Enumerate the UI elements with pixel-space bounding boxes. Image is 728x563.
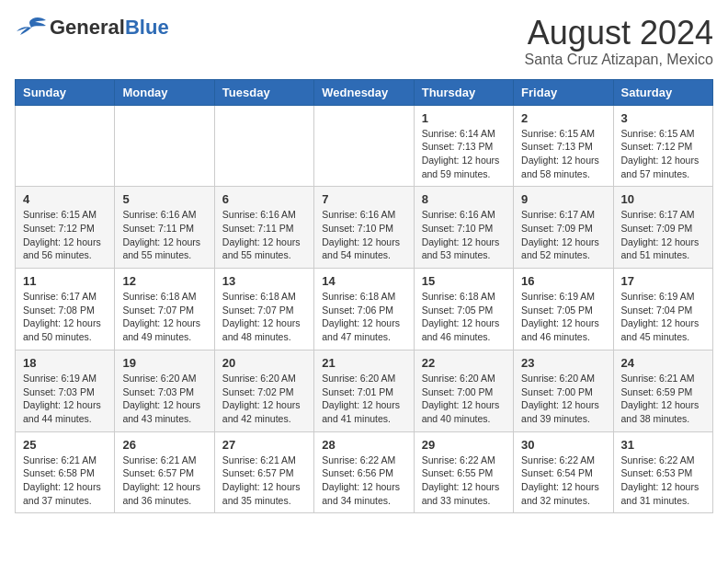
calendar-cell: 25Sunrise: 6:21 AMSunset: 6:58 PMDayligh… xyxy=(16,431,115,513)
day-number: 31 xyxy=(621,438,705,452)
calendar-week-row: 25Sunrise: 6:21 AMSunset: 6:58 PMDayligh… xyxy=(16,431,713,513)
day-info: Sunrise: 6:16 AMSunset: 7:10 PMDaylight:… xyxy=(422,208,506,262)
page-header: GeneralBlue August 2024 Santa Cruz Atiza… xyxy=(15,15,713,68)
calendar-cell xyxy=(115,105,214,187)
calendar-week-row: 1Sunrise: 6:14 AMSunset: 7:13 PMDaylight… xyxy=(16,105,713,187)
day-info: Sunrise: 6:21 AMSunset: 6:57 PMDaylight:… xyxy=(222,454,306,508)
logo-text: GeneralBlue xyxy=(50,16,169,40)
day-number: 12 xyxy=(122,274,206,288)
day-number: 26 xyxy=(122,438,206,452)
day-info: Sunrise: 6:21 AMSunset: 6:58 PMDaylight:… xyxy=(23,454,107,508)
day-number: 15 xyxy=(422,274,506,288)
day-info: Sunrise: 6:18 AMSunset: 7:06 PMDaylight:… xyxy=(322,290,405,344)
calendar-cell: 17Sunrise: 6:19 AMSunset: 7:04 PMDayligh… xyxy=(613,269,712,350)
calendar-cell: 8Sunrise: 6:16 AMSunset: 7:10 PMDaylight… xyxy=(414,187,513,269)
day-info: Sunrise: 6:20 AMSunset: 7:01 PMDaylight:… xyxy=(322,372,405,426)
day-number: 13 xyxy=(222,274,306,288)
day-number: 22 xyxy=(422,356,506,370)
calendar-cell: 12Sunrise: 6:18 AMSunset: 7:07 PMDayligh… xyxy=(115,269,214,350)
calendar-cell: 28Sunrise: 6:22 AMSunset: 6:56 PMDayligh… xyxy=(314,431,414,513)
day-number: 16 xyxy=(521,274,605,288)
calendar-cell: 26Sunrise: 6:21 AMSunset: 6:57 PMDayligh… xyxy=(115,431,214,513)
day-number: 9 xyxy=(521,192,605,206)
day-info: Sunrise: 6:22 AMSunset: 6:55 PMDaylight:… xyxy=(422,454,506,508)
day-number: 8 xyxy=(422,192,506,206)
day-info: Sunrise: 6:17 AMSunset: 7:09 PMDaylight:… xyxy=(521,208,605,262)
location: Santa Cruz Atizapan, Mexico xyxy=(525,52,713,68)
day-info: Sunrise: 6:22 AMSunset: 6:53 PMDaylight:… xyxy=(621,454,705,508)
day-number: 23 xyxy=(521,356,605,370)
day-number: 27 xyxy=(222,438,306,452)
day-info: Sunrise: 6:20 AMSunset: 7:00 PMDaylight:… xyxy=(422,372,506,426)
day-info: Sunrise: 6:21 AMSunset: 6:59 PMDaylight:… xyxy=(621,372,705,426)
calendar-cell: 23Sunrise: 6:20 AMSunset: 7:00 PMDayligh… xyxy=(514,350,613,431)
day-number: 2 xyxy=(521,111,605,125)
day-number: 18 xyxy=(23,356,107,370)
day-info: Sunrise: 6:18 AMSunset: 7:07 PMDaylight:… xyxy=(122,290,206,344)
day-info: Sunrise: 6:19 AMSunset: 7:03 PMDaylight:… xyxy=(23,372,107,426)
day-info: Sunrise: 6:20 AMSunset: 7:03 PMDaylight:… xyxy=(122,372,206,426)
weekday-saturday: Saturday xyxy=(613,79,712,105)
logo: GeneralBlue xyxy=(15,15,169,40)
day-info: Sunrise: 6:14 AMSunset: 7:13 PMDaylight:… xyxy=(422,127,506,181)
calendar-cell: 20Sunrise: 6:20 AMSunset: 7:02 PMDayligh… xyxy=(214,350,313,431)
calendar-cell xyxy=(314,105,414,187)
calendar-cell: 2Sunrise: 6:15 AMSunset: 7:13 PMDaylight… xyxy=(514,105,613,187)
day-info: Sunrise: 6:21 AMSunset: 6:57 PMDaylight:… xyxy=(122,454,206,508)
title-block: August 2024 Santa Cruz Atizapan, Mexico xyxy=(525,15,713,68)
calendar-cell: 18Sunrise: 6:19 AMSunset: 7:03 PMDayligh… xyxy=(16,350,115,431)
calendar-table: SundayMondayTuesdayWednesdayThursdayFrid… xyxy=(15,79,713,514)
day-info: Sunrise: 6:20 AMSunset: 7:00 PMDaylight:… xyxy=(521,372,605,426)
calendar-cell: 14Sunrise: 6:18 AMSunset: 7:06 PMDayligh… xyxy=(314,269,414,350)
calendar-cell: 24Sunrise: 6:21 AMSunset: 6:59 PMDayligh… xyxy=(613,350,712,431)
calendar-week-row: 18Sunrise: 6:19 AMSunset: 7:03 PMDayligh… xyxy=(16,350,713,431)
day-info: Sunrise: 6:15 AMSunset: 7:12 PMDaylight:… xyxy=(23,208,107,262)
weekday-header-row: SundayMondayTuesdayWednesdayThursdayFrid… xyxy=(16,79,713,105)
weekday-tuesday: Tuesday xyxy=(214,79,313,105)
day-number: 5 xyxy=(122,192,206,206)
day-number: 11 xyxy=(23,274,107,288)
day-info: Sunrise: 6:18 AMSunset: 7:07 PMDaylight:… xyxy=(222,290,306,344)
weekday-friday: Friday xyxy=(514,79,613,105)
calendar-week-row: 11Sunrise: 6:17 AMSunset: 7:08 PMDayligh… xyxy=(16,269,713,350)
day-number: 29 xyxy=(422,438,506,452)
day-info: Sunrise: 6:18 AMSunset: 7:05 PMDaylight:… xyxy=(422,290,506,344)
day-info: Sunrise: 6:17 AMSunset: 7:09 PMDaylight:… xyxy=(621,208,705,262)
calendar-cell: 10Sunrise: 6:17 AMSunset: 7:09 PMDayligh… xyxy=(613,187,712,269)
day-number: 20 xyxy=(222,356,306,370)
day-number: 7 xyxy=(322,192,405,206)
calendar-cell: 30Sunrise: 6:22 AMSunset: 6:54 PMDayligh… xyxy=(514,431,613,513)
calendar-week-row: 4Sunrise: 6:15 AMSunset: 7:12 PMDaylight… xyxy=(16,187,713,269)
calendar-cell: 15Sunrise: 6:18 AMSunset: 7:05 PMDayligh… xyxy=(414,269,513,350)
day-number: 28 xyxy=(322,438,405,452)
calendar-cell: 7Sunrise: 6:16 AMSunset: 7:10 PMDaylight… xyxy=(314,187,414,269)
calendar-cell: 1Sunrise: 6:14 AMSunset: 7:13 PMDaylight… xyxy=(414,105,513,187)
calendar-cell: 31Sunrise: 6:22 AMSunset: 6:53 PMDayligh… xyxy=(613,431,712,513)
day-number: 3 xyxy=(621,111,705,125)
day-number: 19 xyxy=(122,356,206,370)
day-info: Sunrise: 6:22 AMSunset: 6:56 PMDaylight:… xyxy=(322,454,405,508)
day-number: 10 xyxy=(621,192,705,206)
calendar-cell: 3Sunrise: 6:15 AMSunset: 7:12 PMDaylight… xyxy=(613,105,712,187)
logo-general: General xyxy=(50,16,125,39)
day-number: 25 xyxy=(23,438,107,452)
calendar-cell xyxy=(214,105,313,187)
day-info: Sunrise: 6:15 AMSunset: 7:12 PMDaylight:… xyxy=(621,127,705,181)
day-info: Sunrise: 6:19 AMSunset: 7:04 PMDaylight:… xyxy=(621,290,705,344)
day-number: 24 xyxy=(621,356,705,370)
weekday-sunday: Sunday xyxy=(16,79,115,105)
calendar-cell: 29Sunrise: 6:22 AMSunset: 6:55 PMDayligh… xyxy=(414,431,513,513)
calendar-cell xyxy=(16,105,115,187)
day-info: Sunrise: 6:17 AMSunset: 7:08 PMDaylight:… xyxy=(23,290,107,344)
logo-blue: Blue xyxy=(125,16,169,39)
day-number: 21 xyxy=(322,356,405,370)
day-number: 17 xyxy=(621,274,705,288)
calendar-cell: 19Sunrise: 6:20 AMSunset: 7:03 PMDayligh… xyxy=(115,350,214,431)
calendar-cell: 5Sunrise: 6:16 AMSunset: 7:11 PMDaylight… xyxy=(115,187,214,269)
calendar-cell: 4Sunrise: 6:15 AMSunset: 7:12 PMDaylight… xyxy=(16,187,115,269)
day-info: Sunrise: 6:20 AMSunset: 7:02 PMDaylight:… xyxy=(222,372,306,426)
day-number: 14 xyxy=(322,274,405,288)
day-number: 1 xyxy=(422,111,506,125)
day-info: Sunrise: 6:16 AMSunset: 7:11 PMDaylight:… xyxy=(122,208,206,262)
day-info: Sunrise: 6:19 AMSunset: 7:05 PMDaylight:… xyxy=(521,290,605,344)
